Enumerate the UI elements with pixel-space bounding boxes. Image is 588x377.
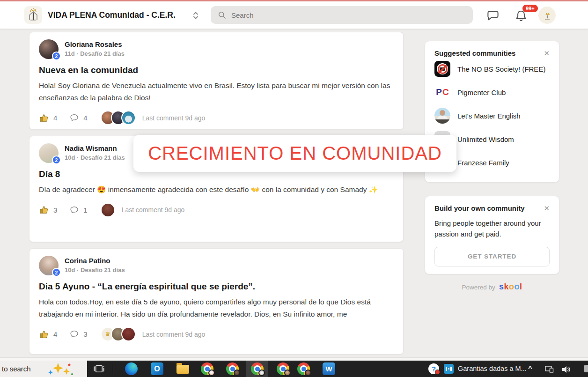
tray-device-icon[interactable]	[544, 364, 555, 375]
windows-taskbar: to search O	[0, 361, 588, 377]
tray-speaker-icon[interactable]	[561, 364, 572, 375]
outlook-icon[interactable]: O	[151, 362, 163, 375]
avatar-crown-icon	[541, 9, 553, 22]
chrome-icon[interactable]	[201, 362, 213, 375]
like-count[interactable]: 4	[53, 114, 57, 122]
close-icon[interactable]: ✕	[544, 50, 550, 57]
sidebar-item-no-bs-society[interactable]: The NO BS Society! (FREE)	[434, 57, 550, 81]
author-avatar[interactable]: 2	[39, 143, 59, 163]
last-comment-time: Last comment 9d ago	[142, 331, 206, 338]
level-badge: 2	[52, 268, 61, 277]
post-title[interactable]: Dia 5 Ayuno - “La energía espiritual que…	[39, 281, 394, 292]
post-author[interactable]: Gloriana Rosales	[65, 39, 125, 48]
window-top-accent	[0, 0, 588, 1]
like-count[interactable]: 3	[53, 206, 57, 214]
search-input[interactable]	[231, 11, 466, 19]
chrome-icon[interactable]	[277, 362, 289, 375]
post-meta: 10d · Desafío 21 días	[65, 266, 125, 274]
chrome-icon[interactable]	[297, 362, 310, 375]
like-count[interactable]: 4	[53, 330, 57, 338]
taskbar-separator	[113, 364, 113, 374]
like-icon[interactable]	[39, 113, 49, 123]
post-author[interactable]: Nadia Wismann	[65, 143, 125, 152]
notification-badge: 99+	[522, 5, 538, 12]
author-avatar[interactable]: 2	[39, 39, 59, 59]
comment-count[interactable]: 4	[83, 114, 87, 122]
word-icon[interactable]: W	[323, 362, 335, 375]
tray-app-icon[interactable]	[444, 364, 454, 374]
like-icon[interactable]	[39, 329, 49, 340]
suggested-communities-title: Suggested communities	[434, 49, 515, 57]
build-community-card: Build your own community ✕ Bring people …	[425, 196, 559, 274]
comment-count[interactable]: 1	[83, 206, 87, 214]
level-badge: 2	[52, 52, 61, 60]
build-community-title: Build your own community	[434, 204, 525, 212]
level-badge: 2	[52, 155, 61, 164]
community-title[interactable]: VIDA PLENA Comunidad - C.E.R.	[48, 10, 176, 20]
commenter-avatars	[101, 111, 136, 125]
post-card[interactable]: 2 Gloriana Rosales 11d · Desafío 21 días…	[29, 32, 404, 130]
tray-help-icon[interactable]: ?	[428, 363, 439, 374]
chrome-profile-badge	[305, 370, 311, 376]
search-icon	[217, 10, 227, 20]
sidebar-item-pigmenter-club[interactable]: P C Pigmenter Club	[434, 81, 550, 104]
last-comment-time: Last comment 9d ago	[142, 114, 206, 122]
sidebar-item-lets-master-english[interactable]: Let's Master English	[434, 104, 550, 127]
chat-button[interactable]	[486, 9, 500, 23]
chevron-updown-icon	[190, 10, 201, 21]
commenter-avatar	[101, 203, 115, 217]
last-comment-time: Last comment 9d ago	[122, 206, 185, 214]
comment-icon[interactable]	[69, 113, 79, 123]
tray-partial-icon[interactable]	[584, 365, 588, 372]
pigmenter-club-icon: P C	[434, 84, 450, 100]
commenter-avatars	[101, 203, 115, 217]
user-avatar[interactable]	[538, 7, 556, 24]
screen: VIDA PLENA Comunidad - C.E.R.	[0, 0, 588, 377]
overlay-banner: CRECIMIENTO EN COMUNIDAD	[133, 135, 456, 172]
commenter-avatar	[121, 111, 136, 125]
author-avatar[interactable]: 2	[39, 256, 59, 275]
page-bottom-strip	[0, 357, 588, 361]
powered-by-label: Powered by	[462, 284, 495, 291]
copilot-sparkle-icon[interactable]	[45, 362, 82, 376]
engagement-row: 4 4 Last comment 9d ago	[39, 111, 394, 125]
engagement-row: 4 3 ♛ Last comment 9d ago	[39, 327, 394, 341]
taskbar-search-label: to search	[2, 365, 31, 373]
crown-house-icon	[25, 7, 41, 23]
chrome-icon[interactable]	[226, 362, 239, 375]
close-icon[interactable]: ✕	[544, 205, 550, 212]
post-body: Hola con todos.Hoy, en este día 5 de ayu…	[39, 296, 394, 320]
comment-icon[interactable]	[69, 329, 79, 339]
post-body: Hola! Soy Gloriana de Venezuela actualme…	[39, 80, 394, 103]
app-header: VIDA PLENA Comunidad - C.E.R.	[0, 1, 588, 29]
commenter-avatar	[121, 327, 136, 341]
community-logo[interactable]	[24, 6, 42, 24]
post-header: 2 Gloriana Rosales 11d · Desafío 21 días	[39, 39, 394, 59]
chrome-icon-active[interactable]	[251, 362, 264, 375]
engagement-row: 3 1 Last comment 9d ago	[39, 203, 394, 217]
chrome-profile-badge	[258, 370, 265, 376]
post-card[interactable]: 2 Corina Patino 10d · Desafío 21 días Di…	[29, 248, 404, 355]
search-bar[interactable]	[211, 6, 473, 24]
post-author[interactable]: Corina Patino	[65, 256, 125, 265]
chrome-profile-badge	[234, 370, 240, 376]
comment-icon[interactable]	[69, 205, 79, 215]
commenter-avatars: ♛	[101, 327, 136, 341]
chrome-profile-badge	[208, 370, 215, 376]
post-body: Día de agradecer 😍 inmensamente agradeci…	[39, 184, 394, 196]
edge-icon[interactable]	[125, 362, 138, 375]
skool-logo[interactable]: skool	[499, 282, 522, 291]
post-title[interactable]: Nueva en la comunidad	[39, 65, 394, 75]
taskbar-search-box[interactable]: to search	[0, 361, 87, 377]
tray-status-text[interactable]: Garantias dadas a M...	[458, 361, 527, 377]
get-started-button[interactable]: GET STARTED	[434, 247, 550, 266]
community-switcher[interactable]	[190, 10, 201, 21]
like-icon[interactable]	[39, 205, 49, 215]
build-community-body: Bring people together around your passio…	[434, 218, 550, 240]
tray-hidden-icons-chevron[interactable]: ^	[528, 361, 532, 377]
file-explorer-icon[interactable]	[176, 365, 189, 374]
task-view-icon[interactable]	[93, 362, 105, 375]
lets-master-english-icon	[434, 108, 450, 124]
post-header: 2 Corina Patino 10d · Desafío 21 días	[39, 256, 394, 275]
comment-count[interactable]: 3	[83, 330, 87, 338]
